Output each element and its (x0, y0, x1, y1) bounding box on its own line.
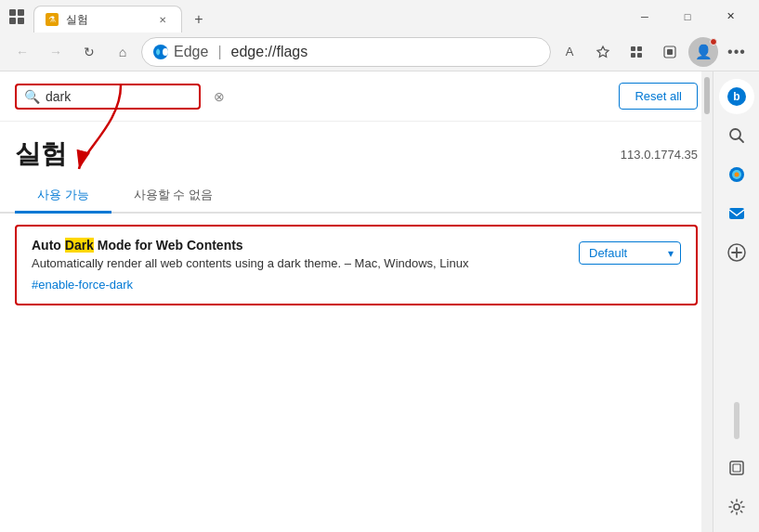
svg-rect-7 (631, 53, 635, 58)
window-controls: ─ □ ✕ (623, 0, 752, 32)
svg-text:b: b (733, 90, 739, 103)
flags-search-input[interactable] (46, 89, 208, 104)
flags-search-area: 🔍 ⊗ Reset all (0, 71, 713, 122)
tab-available[interactable]: 사용 가능 (15, 179, 111, 214)
tab-favicon: ⚗ (46, 13, 59, 26)
new-tab-button[interactable]: + (186, 6, 212, 32)
flag-select[interactable]: Default Enabled Disabled (579, 241, 681, 265)
forward-button[interactable]: → (41, 37, 71, 67)
more-button[interactable]: ••• (722, 37, 752, 67)
svg-rect-8 (637, 53, 642, 58)
profile-button[interactable]: 👤 (688, 37, 718, 67)
flag-item-dark-mode: Auto Dark Mode for Web Contents Automati… (15, 225, 698, 305)
svg-point-18 (734, 173, 739, 177)
svg-rect-0 (9, 9, 16, 16)
svg-rect-10 (667, 49, 673, 55)
flag-control[interactable]: Default Enabled Disabled (579, 241, 681, 265)
extensions-button[interactable] (655, 37, 685, 67)
toolbar: ← → ↻ ⌂ Edge | edge://flags A᷊ (0, 32, 759, 71)
svg-rect-3 (18, 18, 24, 24)
active-tab[interactable]: ⚗ 실험 ✕ (33, 6, 182, 32)
flags-version: 113.0.1774.35 (621, 148, 698, 162)
address-bar[interactable]: Edge | edge://flags (141, 37, 551, 67)
svg-rect-2 (9, 18, 16, 24)
flag-anchor-link[interactable]: #enable-force-dark (32, 278, 133, 292)
sidebar-copilot-button[interactable] (719, 157, 754, 192)
search-icon: 🔍 (24, 89, 40, 104)
sidebar-window-button[interactable] (719, 450, 754, 486)
flag-info: Auto Dark Mode for Web Contents Automati… (32, 238, 564, 292)
sidebar-scrollbar[interactable] (734, 402, 739, 439)
scrollbar-track[interactable] (701, 71, 713, 532)
profile-notification-dot (710, 38, 717, 45)
sidebar-outlook-button[interactable] (719, 196, 754, 231)
flags-list: Auto Dark Mode for Web Contents Automati… (0, 214, 713, 532)
flag-name-suffix: Mode for Web Contents (94, 238, 243, 253)
flag-description: Automatically render all web contents us… (32, 256, 564, 270)
minimize-button[interactable]: ─ (623, 0, 666, 32)
address-brand-text: Edge (174, 44, 208, 60)
svg-rect-24 (733, 464, 740, 472)
svg-rect-5 (631, 46, 635, 51)
sidebar-search-button[interactable] (719, 118, 754, 153)
tab-area: ⚗ 실험 ✕ + (33, 0, 616, 32)
tab-unavailable[interactable]: 사용할 수 없음 (111, 179, 235, 214)
flags-content: 🔍 ⊗ Reset all 실험 113.0.1774.35 사용 가능 사용할… (0, 71, 713, 532)
right-sidebar: b (713, 71, 759, 532)
maximize-button[interactable]: □ (666, 0, 709, 32)
search-clear-button[interactable]: ⊗ (214, 89, 225, 104)
sidebar-add-button[interactable] (719, 235, 754, 270)
read-aloud-button[interactable]: A᷊ (555, 37, 584, 67)
sidebar-settings-button[interactable] (719, 489, 754, 525)
svg-rect-6 (637, 46, 642, 51)
tab-close-button[interactable]: ✕ (155, 12, 170, 27)
home-button[interactable]: ⌂ (108, 37, 137, 67)
edge-favicon (153, 45, 168, 59)
address-separator: | (217, 44, 221, 60)
browser-icon (7, 7, 26, 26)
flag-select-wrapper[interactable]: Default Enabled Disabled (579, 241, 681, 265)
svg-rect-23 (730, 461, 743, 474)
flags-page: 🔍 ⊗ Reset all 실험 113.0.1774.35 사용 가능 사용할… (0, 71, 713, 532)
flag-name-highlight: Dark (65, 238, 94, 253)
svg-rect-1 (18, 9, 24, 16)
flag-name: Auto Dark Mode for Web Contents (32, 238, 564, 253)
flags-tabs: 사용 가능 사용할 수 없음 (0, 179, 713, 214)
flags-title-area: 실험 113.0.1774.35 (0, 122, 713, 179)
refresh-button[interactable]: ↻ (74, 37, 104, 67)
favorites-button[interactable] (588, 37, 618, 67)
reset-all-button[interactable]: Reset all (619, 83, 698, 110)
svg-rect-19 (729, 208, 744, 219)
flags-search-box[interactable]: 🔍 ⊗ (15, 84, 201, 110)
scrollbar-thumb[interactable] (704, 77, 710, 114)
sidebar-bing-button[interactable]: b (719, 79, 754, 114)
collections-button[interactable] (622, 37, 651, 67)
back-button[interactable]: ← (7, 37, 37, 67)
sidebar-bottom (719, 402, 754, 532)
svg-line-15 (739, 138, 743, 143)
close-button[interactable]: ✕ (709, 0, 752, 32)
toolbar-right: A᷊ 👤 ••• (555, 37, 752, 67)
svg-point-25 (734, 504, 739, 510)
address-url-text: edge://flags (231, 44, 308, 60)
title-bar: ⚗ 실험 ✕ + ─ □ ✕ (0, 0, 759, 32)
flag-name-prefix: Auto (32, 238, 65, 253)
main-layout: 🔍 ⊗ Reset all 실험 113.0.1774.35 사용 가능 사용할… (0, 71, 759, 532)
flags-page-title: 실험 (15, 136, 67, 172)
tab-title-text: 실험 (66, 12, 148, 28)
